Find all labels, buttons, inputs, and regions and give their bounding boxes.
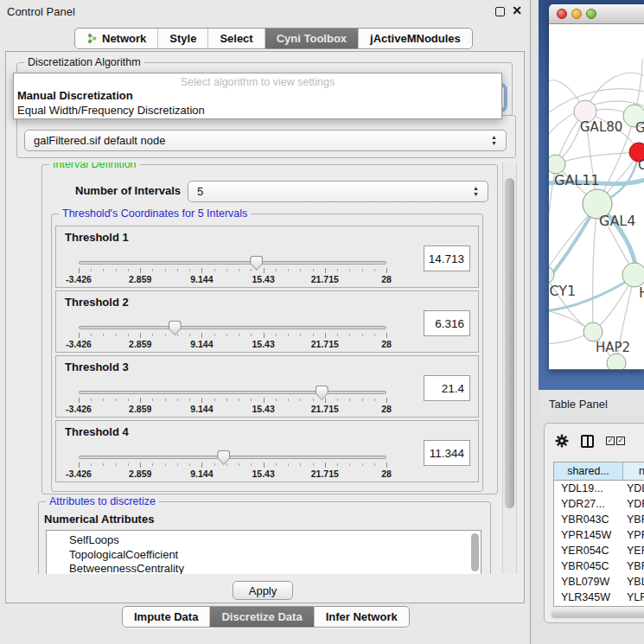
tab-cyni-toolbox[interactable]: Cyni Toolbox [265,29,358,48]
threshold-panel-2: Threshold 2-3.4262.8599.14415.4321.71528… [55,290,479,353]
slider-track[interactable] [79,456,386,459]
node-label-hap2: HAP2 [596,340,630,355]
threshold-value-field[interactable]: 14.713 [424,245,470,271]
tick-label: 9.144 [190,339,213,349]
close-icon[interactable]: ✕ [512,3,522,17]
table-hscrollbar[interactable] [550,609,644,619]
tab-label: Discretize Data [221,610,302,623]
network-node[interactable] [549,266,554,284]
algorithm-option-manual-discretization[interactable]: Manual Discretization [14,88,501,103]
zoom-traffic-light-icon[interactable] [586,9,596,19]
table-row[interactable]: YDR27...YDR2 [554,496,644,512]
tick-label: -3.426 [66,469,92,479]
tab-impute-data[interactable]: Impute Data [123,607,209,627]
num-intervals-combobox[interactable]: 5 [188,181,488,202]
tick-label: 2.859 [129,404,151,414]
table-hscrollbar-thumb[interactable] [552,611,644,618]
tick-label: 28 [381,339,392,349]
table-data-combobox[interactable]: galFiltered.sif default node [24,130,507,151]
select-columns-icon[interactable] [606,437,625,445]
combo-value: galFiltered.sif default node [34,134,165,147]
group-label: Interval Definition [49,163,140,170]
network-node[interactable] [583,322,603,341]
threshold-list: Threshold 1-3.4262.8599.14415.4321.71528… [52,223,482,485]
slider-track[interactable] [79,326,386,329]
table-row[interactable]: YPR145WYPR1 [554,527,644,543]
table-row[interactable]: YBR043CYBR0 [554,512,644,527]
slider-tick-labels: -3.4262.8599.14415.4321.71528 [79,469,386,479]
tab-label: Select [220,32,252,45]
split-columns-icon[interactable] [581,435,594,448]
control-panel: Control Panel ✕ NetworkStyleSelectCyni T… [0,0,530,644]
tab-infer-network[interactable]: Infer Network [314,607,409,627]
numerical-attributes-list[interactable]: SelfLoopsTopologicalCoefficientBetweenne… [46,530,481,574]
tab-network[interactable]: Network [75,29,157,48]
slider-track[interactable] [79,391,386,394]
threshold-label: Threshold 1 [65,231,129,244]
attribute-item-topologicalcoefficient[interactable]: TopologicalCoefficient [47,548,481,563]
panel-scrollbar-thumb[interactable] [505,178,514,508]
node-label-gal80: GAL80 [580,119,622,135]
table-row[interactable]: YBR045CYBR0 [554,558,644,574]
cell-shared-name: YPR145W [554,529,623,541]
table-row[interactable]: YER054CYER0 [554,543,644,558]
tab-label: Cyni Toolbox [277,32,347,45]
table-row[interactable]: YIL052CYIL0 [554,605,644,607]
attribute-item-selfloops[interactable]: SelfLoops [47,533,481,548]
cell-shared-name: YBL079W [554,576,623,588]
network-node[interactable] [549,155,565,174]
table-row[interactable]: YLR345WYLR3 [554,590,644,605]
cell-shared-name: YER054C [554,545,623,557]
tab-jactivemnodules[interactable]: jActiveMNodules [358,29,472,48]
node-table: shared... n YDL19...YDL1YDR27...YDR2YBR0… [553,462,644,607]
close-traffic-light-icon[interactable] [557,9,567,19]
network-node[interactable] [607,354,626,369]
list-scrollbar-thumb[interactable] [471,533,479,571]
num-intervals-label: Number of Intervals [75,184,181,197]
column-header-name[interactable]: n [623,462,644,480]
tab-discretize-data[interactable]: Discretize Data [209,607,313,627]
slider-tick-labels: -3.4262.8599.14415.4321.71528 [79,274,386,284]
group-label: Discretization Algorithm [24,56,144,68]
node-label-cut: GA [635,120,644,136]
algorithm-option-equal-width-frequency-discretization[interactable]: Equal Width/Frequency Discretization [14,103,501,118]
table-row[interactable]: YBL079WYBL0 [554,574,644,590]
attribute-item-betweennesscentrality[interactable]: BetweennessCentrality [47,562,481,574]
float-window-icon[interactable] [495,7,505,16]
table-panel-titlebar: Table Panel [539,392,644,416]
network-graph[interactable]: GAL80 GA C GAL11 GAL4 GCY1 H HAP2 [549,24,644,369]
network-window: GAL80 GA C GAL11 GAL4 GCY1 H HAP2 [549,4,644,370]
tick-label: 21.715 [311,339,339,349]
tab-style[interactable]: Style [157,29,207,48]
tab-select[interactable]: Select [207,29,264,48]
slider-tick-labels: -3.4262.8599.14415.4321.71528 [79,339,386,349]
gear-icon[interactable] [555,434,569,448]
checkbox-icon [606,437,615,445]
apply-button[interactable]: Apply [233,581,293,600]
cell-shared-name: YDL19... [554,482,623,494]
group-label: Attributes to discretize [46,495,159,507]
threshold-value-field[interactable]: 11.344 [424,440,470,466]
tick-label: 28 [381,469,392,479]
threshold-value-field[interactable]: 21.4 [424,375,470,401]
numerical-attributes-label: Numerical Attributes [44,513,154,526]
column-header-shared-name[interactable]: shared... [554,462,623,480]
tab-label: jActiveMNodules [370,32,461,45]
slider-ticks [79,398,386,404]
combo-value: 5 [197,185,203,198]
tick-label: 9.144 [190,469,213,479]
tick-label: 2.859 [129,339,151,349]
tab-label: Infer Network [326,610,398,623]
slider-track[interactable] [79,261,386,265]
minimize-traffic-light-icon[interactable] [571,9,582,19]
threshold-value-field[interactable]: 6.316 [424,310,470,336]
panel-scrollbar[interactable] [502,163,517,574]
network-nodes[interactable] [549,100,644,369]
table-row[interactable]: YDL19...YDL1 [554,481,644,496]
cell-shared-name: YBR045C [554,560,623,572]
tick-label: 28 [381,274,392,284]
network-canvas[interactable]: GAL80 GA C GAL11 GAL4 GCY1 H HAP2 [549,24,644,369]
table-data-group: Table Data galFiltered.sif default node [16,115,516,158]
table-panel-toolbar [555,431,625,450]
network-node[interactable] [622,263,644,287]
